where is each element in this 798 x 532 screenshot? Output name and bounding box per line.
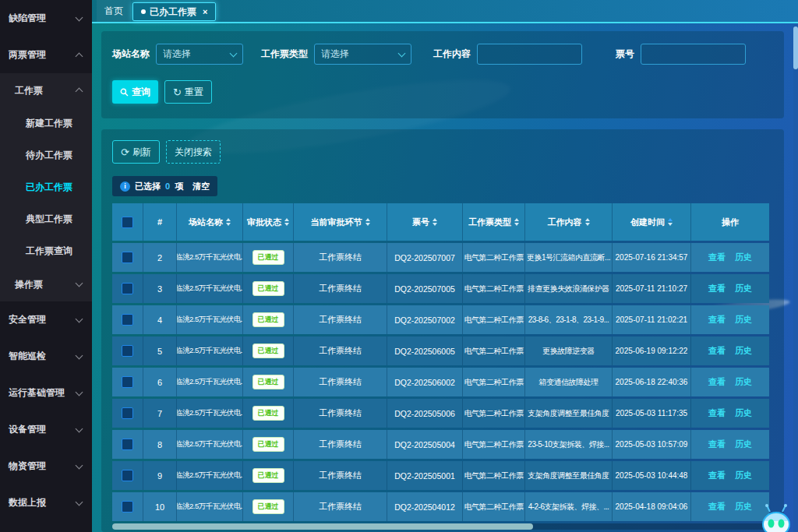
sidebar-item-typical-work-ticket[interactable]: 典型工作票: [0, 203, 92, 235]
sidebar-item-data-report[interactable]: 数据上报: [0, 484, 92, 521]
history-link[interactable]: 历史: [735, 345, 752, 357]
reset-button-label: 重置: [185, 86, 203, 99]
row-checkbox[interactable]: [122, 470, 133, 481]
cell-type: 电气第二种工作票: [463, 461, 525, 490]
cell-station: 临洮2.5万千瓦光伏电..: [177, 461, 243, 490]
tab-home[interactable]: 首页: [97, 0, 131, 22]
cell-status: 已通过: [243, 399, 294, 428]
row-checkbox[interactable]: [122, 345, 133, 357]
history-link[interactable]: 历史: [735, 252, 752, 263]
history-link[interactable]: 历史: [735, 407, 752, 419]
sidebar-item-label: 设备管理: [9, 423, 46, 436]
assistant-robot-icon[interactable]: [759, 502, 793, 532]
refresh-icon: ⟳: [121, 147, 129, 157]
station-select[interactable]: 请选择: [156, 44, 243, 65]
header-cell-station[interactable]: 场站名称: [177, 203, 243, 241]
cell-step: 工作票终结: [294, 492, 387, 521]
row-checkbox[interactable]: [122, 501, 133, 513]
ticket-type-select[interactable]: 请选择: [314, 44, 411, 65]
view-link[interactable]: 查看: [708, 439, 726, 450]
view-link[interactable]: 查看: [708, 376, 726, 388]
tab-done-work-ticket[interactable]: 已办工作票×: [132, 2, 216, 21]
content-filter-group: 工作内容: [433, 44, 582, 65]
cell-content: 支架角度调整至最佳角度: [525, 461, 613, 490]
sidebar-item-material-management[interactable]: 物资管理: [0, 448, 92, 484]
vertical-scrollbar[interactable]: [793, 25, 798, 532]
history-link[interactable]: 历史: [735, 314, 752, 326]
sidebar-item-done-work-ticket[interactable]: 已办工作票: [0, 171, 92, 203]
view-link[interactable]: 查看: [708, 470, 726, 481]
status-badge: 已通过: [252, 375, 284, 389]
row-checkbox[interactable]: [122, 283, 133, 294]
cell-station: 临洮2.5万千瓦光伏电..: [177, 399, 243, 428]
close-search-button[interactable]: 关闭搜索: [166, 140, 221, 164]
work-content-input[interactable]: [477, 44, 582, 65]
history-link[interactable]: 历史: [735, 283, 752, 294]
reset-button[interactable]: ↻ 重置: [164, 80, 212, 104]
cell-content: 23-5-10支架拆装、焊接...: [525, 430, 613, 459]
select-all-checkbox[interactable]: [122, 217, 133, 228]
sidebar-item-defect-management[interactable]: 缺陷管理: [0, 0, 92, 37]
sidebar-item-work-ticket-query[interactable]: 工作票查询: [0, 235, 92, 267]
row-checkbox[interactable]: [122, 376, 133, 388]
clear-selection-button[interactable]: 清空: [192, 181, 210, 192]
tab-close-icon[interactable]: ×: [203, 8, 207, 16]
header-cell-type[interactable]: 工作票类型: [463, 203, 525, 241]
row-checkbox[interactable]: [122, 314, 133, 326]
sidebar-item-operation-ticket[interactable]: 操作票: [0, 267, 92, 301]
vertical-scrollbar-thumb[interactable]: [793, 26, 798, 69]
view-link[interactable]: 查看: [708, 252, 726, 263]
sidebar-item-new-work-ticket[interactable]: 新建工作票: [0, 107, 92, 139]
view-link[interactable]: 查看: [708, 345, 726, 357]
row-checkbox[interactable]: [122, 439, 133, 450]
table-panel: ⟳ 刷新 关闭搜索 i 已选择 0 项 清空 #场站名称审批状态当前审批环节票号…: [101, 129, 784, 532]
header-cell-status[interactable]: 审批状态: [243, 203, 294, 241]
horizontal-scrollbar[interactable]: [112, 523, 769, 530]
cell-select: [112, 305, 143, 334]
work-content-label: 工作内容: [433, 48, 471, 61]
sidebar-item-work-ticket[interactable]: 工作票: [0, 73, 92, 107]
cell-actions: 查看历史: [691, 430, 769, 459]
cell-actions: 查看历史: [691, 336, 769, 365]
row-checkbox[interactable]: [122, 407, 133, 419]
header-cell-content[interactable]: 工作内容: [525, 203, 613, 241]
work-ticket-table: #场站名称审批状态当前审批环节票号工作票类型工作内容创建时间操作 2临洮2.5万…: [112, 203, 769, 530]
sidebar-item-safety-management[interactable]: 安全管理: [0, 301, 92, 338]
sidebar-item-todo-work-ticket[interactable]: 待办工作票: [0, 139, 92, 171]
history-link[interactable]: 历史: [735, 439, 752, 450]
view-link[interactable]: 查看: [708, 407, 726, 419]
table-row: 3临洮2.5万千瓦光伏电..已通过工作票终结DQ2-202507005电气第二种…: [112, 274, 769, 303]
chevron-down-icon: [76, 392, 82, 395]
sidebar-item-equipment-management[interactable]: 设备管理: [0, 411, 92, 448]
sort-icon: [284, 218, 289, 226]
horizontal-scrollbar-thumb[interactable]: [112, 523, 533, 530]
table-header: #场站名称审批状态当前审批环节票号工作票类型工作内容创建时间操作: [112, 203, 769, 241]
cell-content: 排查更换失效浪涌保护器: [525, 274, 613, 303]
cell-ticket_no: DQ2-202504012: [387, 492, 463, 521]
sidebar-item-smart-inspection[interactable]: 智能巡检: [0, 338, 92, 375]
table-toolbar: ⟳ 刷新 关闭搜索: [112, 140, 773, 164]
sidebar-item-operation-basic-management[interactable]: 运行基础管理: [0, 375, 92, 411]
history-link[interactable]: 历史: [735, 501, 752, 513]
header-cell-created[interactable]: 创建时间: [613, 203, 691, 241]
view-link[interactable]: 查看: [708, 283, 726, 294]
cell-actions: 查看历史: [691, 492, 769, 521]
view-link[interactable]: 查看: [708, 314, 726, 326]
sidebar-item-label: 智能巡检: [9, 350, 46, 363]
search-button[interactable]: 查询: [112, 80, 158, 104]
history-link[interactable]: 历史: [735, 470, 752, 481]
header-cell-step[interactable]: 当前审批环节: [294, 203, 387, 241]
sidebar-item-two-ticket-management[interactable]: 两票管理: [0, 37, 92, 73]
header-cell-ticket_no[interactable]: 票号: [387, 203, 463, 241]
view-link[interactable]: 查看: [708, 501, 726, 513]
ticket-no-input[interactable]: [641, 44, 746, 65]
cell-created: 2025-05-03 11:17:35: [613, 399, 691, 428]
cell-select: [112, 336, 143, 365]
header-label: 场站名称: [189, 217, 223, 228]
table-row: 7临洮2.5万千瓦光伏电..已通过工作票终结DQ2-202505006电气第二种…: [112, 399, 769, 428]
row-checkbox[interactable]: [122, 252, 133, 263]
sidebar-menu: 缺陷管理两票管理工作票新建工作票待办工作票已办工作票典型工作票工作票查询操作票安…: [0, 0, 92, 521]
station-label: 场站名称: [112, 48, 150, 61]
refresh-button[interactable]: ⟳ 刷新: [112, 140, 160, 164]
history-link[interactable]: 历史: [735, 376, 752, 388]
